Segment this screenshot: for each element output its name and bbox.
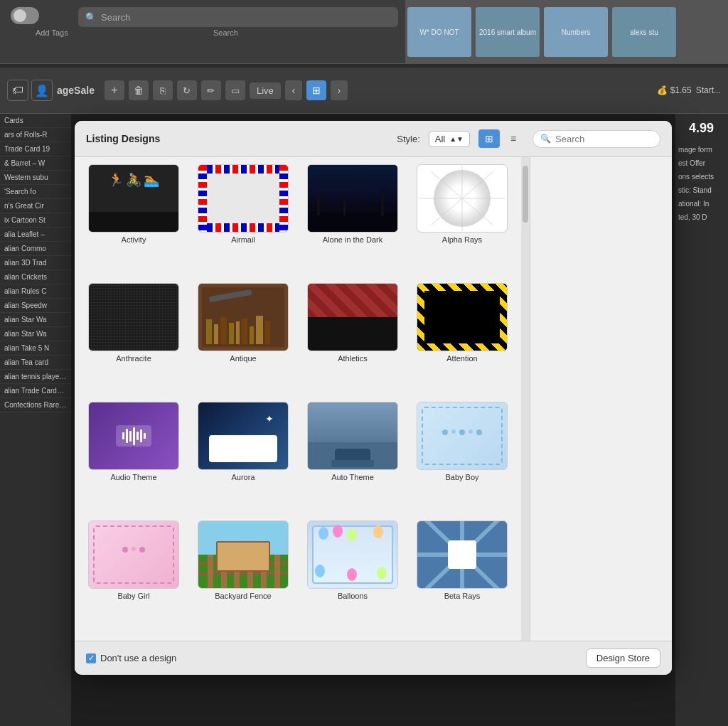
top-search-bar[interactable]: 🔍 Search <box>78 7 398 27</box>
search-placeholder-text: Search <box>101 12 130 23</box>
design-thumb-aurora: ✦ <box>198 402 289 470</box>
search-top-label: Search <box>213 28 238 37</box>
design-thumb-antique <box>198 283 289 351</box>
sidebar-item-cards[interactable]: Cards <box>0 114 71 128</box>
design-thumb-baby-boy <box>417 402 508 470</box>
search-input[interactable] <box>555 134 655 144</box>
svg-line-7 <box>432 198 462 225</box>
design-item-beta-rays[interactable]: Beta Rays <box>410 521 514 634</box>
design-item-baby-girl[interactable]: Baby Girl <box>82 521 186 634</box>
image-format-label: mage form <box>675 143 728 156</box>
design-item-baby-boy[interactable]: Baby Boy <box>410 402 514 515</box>
sidebar-item-3[interactable]: & Barret – W <box>0 156 71 171</box>
tab-item-2[interactable]: Numbers <box>544 7 608 57</box>
design-item-activity[interactable]: 🏃 🚴 🏊 Activity <box>82 164 186 277</box>
design-name-alone-dark: Alone in the Dark <box>323 235 382 244</box>
tab-item-1[interactable]: 2016 smart album <box>476 7 540 57</box>
ons-selected-label: ons selects <box>675 170 728 183</box>
sidebar-item-10[interactable]: alian 3D Trad <box>0 256 71 270</box>
start-button[interactable]: Start... <box>696 85 721 95</box>
design-thumb-audio <box>88 402 179 470</box>
style-label: Style: <box>397 134 420 144</box>
grid-view-toolbar-btn[interactable]: ⊞ <box>306 80 326 100</box>
sidebar-item-2[interactable]: Trade Card 19 <box>0 142 71 156</box>
design-thumb-activity: 🏃 🚴 🏊 <box>88 164 179 233</box>
design-thumb-baby-girl <box>88 521 179 589</box>
copy-button[interactable]: ⎘ <box>153 80 173 100</box>
sidebar-item-15[interactable]: alian Star Wa <box>0 327 71 341</box>
tab-strip: W* DO NOT 2016 smart album Numbers alexs… <box>405 0 728 64</box>
design-item-airmail[interactable]: Airmail <box>191 164 295 277</box>
sidebar-item-12[interactable]: alian Rules C <box>0 284 71 299</box>
design-item-antique[interactable]: Antique <box>191 283 295 396</box>
app-left-sidebar: Cards ars of Rolls-R Trade Card 19 & Bar… <box>0 114 71 726</box>
dialog-title: Listing Designs <box>86 133 388 144</box>
sidebar-item-20[interactable]: Confections Rare Motor Cycle Racing Coll… <box>0 398 71 412</box>
sidebar-item-5[interactable]: 'Search fo <box>0 185 71 199</box>
sidebar-item-14[interactable]: alian Star Wa <box>0 313 71 327</box>
dialog-overlay: Listing Designs Style: All ▲▼ ⊞ ≡ 🔍 <box>71 114 675 726</box>
sidebar-item-8[interactable]: alia Leaflet – <box>0 228 71 242</box>
delete-button[interactable]: 🗑 <box>129 80 149 100</box>
sidebar-item-11[interactable]: alian Crickets <box>0 270 71 284</box>
view-button[interactable]: ▭ <box>225 80 245 100</box>
icon-tag[interactable]: 🏷 <box>7 80 28 101</box>
design-name-alpha-rays: Alpha Rays <box>442 235 482 244</box>
list-view-btn[interactable]: ≡ <box>503 129 524 148</box>
prev-button[interactable]: ‹ <box>285 80 302 100</box>
design-thumb-backyard <box>198 521 289 589</box>
edit-button[interactable]: ✏ <box>201 80 221 100</box>
design-name-airmail: Airmail <box>231 235 255 244</box>
refresh-button[interactable]: ↻ <box>177 80 197 100</box>
design-thumb-attention <box>417 283 508 351</box>
designs-grid[interactable]: 🏃 🚴 🏊 Activity <box>75 157 521 641</box>
sidebar-item-18[interactable]: alian tennis player Ashly Cooper. Winner… <box>0 370 71 384</box>
tab-item-0[interactable]: W* DO NOT <box>407 7 471 57</box>
search-box[interactable]: 🔍 <box>532 130 660 148</box>
design-name-attention: Attention <box>446 354 477 363</box>
design-item-auto[interactable]: Auto Theme <box>301 402 405 515</box>
style-value: All <box>435 134 445 144</box>
style-select[interactable]: All ▲▼ <box>429 131 470 147</box>
sidebar-item-19[interactable]: alian Trade Cards – Kojak x 3 <box>0 384 71 398</box>
sidebar-item-17[interactable]: alian Tea card <box>0 356 71 370</box>
grid-view-btn[interactable]: ⊞ <box>478 129 500 148</box>
design-item-audio[interactable]: Audio Theme <box>82 402 186 515</box>
design-store-button[interactable]: Design Store <box>586 648 660 668</box>
design-name-baby-girl: Baby Girl <box>117 592 149 600</box>
design-item-alpha-rays[interactable]: Alpha Rays <box>410 164 514 277</box>
sidebar-item-4[interactable]: Western subu <box>0 171 71 185</box>
sidebar-item-1[interactable]: ars of Rolls-R <box>0 128 71 142</box>
design-item-attention[interactable]: Attention <box>410 283 514 396</box>
design-name-auto: Auto Theme <box>331 473 374 481</box>
dont-use-design-checkbox[interactable]: ✓ <box>86 653 96 663</box>
ational-label: ational: In <box>675 197 728 210</box>
nav-icons: 🏷 👤 <box>7 80 53 101</box>
tab-item-3[interactable]: alexs stu <box>612 7 676 57</box>
add-button[interactable]: + <box>105 80 124 100</box>
design-item-balloons[interactable]: Balloons <box>301 521 405 634</box>
listing-designs-dialog: Listing Designs Style: All ▲▼ ⊞ ≡ 🔍 <box>75 121 672 675</box>
search-icon: 🔍 <box>540 134 551 144</box>
sidebar-item-13[interactable]: alian Speedw <box>0 299 71 313</box>
live-button[interactable]: Live <box>250 82 281 99</box>
design-item-backyard[interactable]: Backyard Fence <box>191 521 295 634</box>
icon-person[interactable]: 👤 <box>31 80 53 101</box>
sidebar-item-9[interactable]: alian Commo <box>0 242 71 256</box>
scroll-track <box>521 157 530 641</box>
scroll-thumb[interactable] <box>523 166 528 223</box>
next-button[interactable]: › <box>331 80 348 100</box>
design-item-athletics[interactable]: Athletics <box>301 283 405 396</box>
design-name-beta-rays: Beta Rays <box>444 592 481 600</box>
view-buttons: ⊞ ≡ <box>478 129 524 148</box>
design-item-anthracite[interactable]: Anthracite <box>82 283 186 396</box>
toggle-switch[interactable] <box>11 7 39 24</box>
sidebar-item-6[interactable]: n's Great Cir <box>0 199 71 213</box>
sidebar-item-7[interactable]: ix Cartoon St <box>0 213 71 228</box>
design-item-alone-dark[interactable]: Alone in the Dark <box>301 164 405 277</box>
sidebar-item-16[interactable]: alian Take 5 N <box>0 341 71 356</box>
design-thumb-balloons <box>307 521 398 589</box>
design-item-aurora[interactable]: ✦ Aurora <box>191 402 295 515</box>
design-name-athletics: Athletics <box>338 354 368 363</box>
preview-panel <box>530 157 672 641</box>
